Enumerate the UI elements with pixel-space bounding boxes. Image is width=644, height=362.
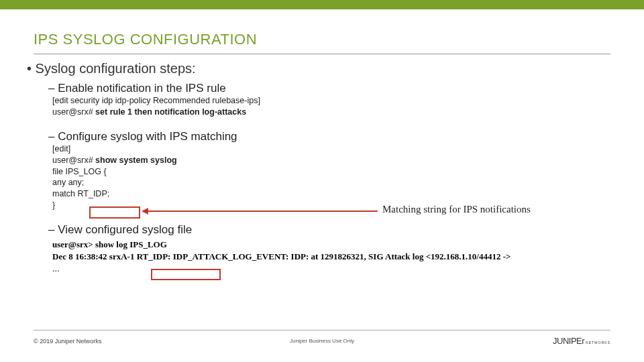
- code-cmd-1: set rule 1 then notification log-attacks: [95, 107, 246, 117]
- code-context-1: [edit security idp idp-policy Recommende…: [52, 96, 260, 105]
- code-block-1: [edit security idp idp-policy Recommende…: [52, 95, 610, 118]
- logo-subtext: NETWORKS: [586, 341, 610, 345]
- slide-title: IPS SYSLOG CONFIGURATION: [34, 31, 610, 48]
- juniper-logo: JUNIPEr NETWORKS: [553, 336, 610, 346]
- sub-bullet-3: – View configured syslog file: [48, 223, 610, 237]
- code-2-l5: match RT_IDP;: [52, 188, 610, 200]
- main-bullet: • Syslog configuration steps:: [27, 61, 610, 76]
- footer-classification: Juniper Business Use Only: [290, 338, 354, 344]
- footer-copyright: © 2019 Juniper Networks: [34, 338, 101, 345]
- code-2-prompt: user@srx#: [52, 156, 95, 165]
- footer-divider: [34, 330, 610, 330]
- code-prompt-1: user@srx#: [52, 107, 95, 117]
- code-block-2: [edit] user@srx# show system syslog file…: [52, 143, 610, 211]
- annotation-arrow: [143, 210, 378, 212]
- log-ellipsis: ...: [52, 263, 610, 274]
- code-2-l1: [edit]: [52, 143, 610, 155]
- slide-footer: © 2019 Juniper Networks Juniper Business…: [34, 330, 610, 346]
- code-2-cmd: show system syslog: [95, 156, 177, 165]
- code-2-l3: file IPS_LOG {: [52, 166, 610, 178]
- log-command: user@srx> show log IPS_LOG: [52, 239, 610, 250]
- sub-bullet-1: – Enable notification in the IPS rule: [48, 82, 610, 95]
- sub-bullet-2: – Configure syslog with IPS matching: [48, 130, 610, 143]
- title-divider: [34, 54, 610, 54]
- logo-text: JUNIPEr: [553, 336, 584, 346]
- top-accent-bar: [0, 0, 644, 9]
- slide-content: IPS SYSLOG CONFIGURATION • Syslog config…: [0, 31, 644, 274]
- log-output-line: Dec 8 16:38:42 srxA-1 RT_IDP: IDP_ATTACK…: [52, 251, 610, 262]
- code-2-l4: any any;: [52, 177, 610, 188]
- annotation-text: Matching string for IPS notifications: [382, 204, 531, 215]
